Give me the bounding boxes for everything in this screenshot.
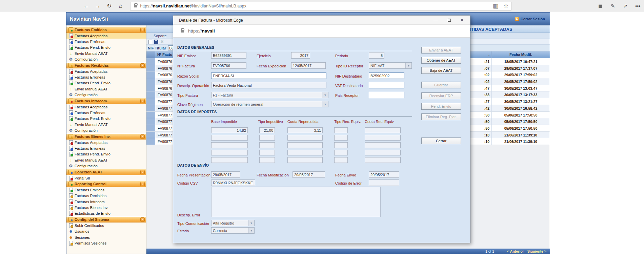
- eliminar-reg-plat--button[interactable]: Eliminar Reg. Plat.: [421, 113, 461, 120]
- sidebar-section-facturas-emitidas[interactable]: Facturas Emitidas«: [66, 27, 146, 33]
- clave-regimen-select[interactable]: Operación de régimen general: [211, 101, 328, 107]
- periodo-field[interactable]: 5: [369, 52, 384, 59]
- sidebar-item-facturas-aceptadas[interactable]: Facturas Aceptadas: [66, 140, 146, 145]
- dialog-title-bar[interactable]: Detalle de Factura - Microsoft Edge — ×: [173, 16, 470, 25]
- cuota-rec-equiv-input[interactable]: [365, 142, 401, 148]
- row-selector-cell[interactable]: [146, 125, 155, 131]
- vat-destinatario-field[interactable]: [369, 82, 404, 88]
- cuota-repercutida-input[interactable]: [287, 157, 323, 163]
- sidebar-section-facturas-bienes-inv-[interactable]: Facturas Bienes Inv.«: [66, 133, 146, 140]
- fecha-envio-field[interactable]: 29/05/2017: [369, 171, 399, 178]
- dialog-address-bar[interactable]: https://navsii: [173, 25, 470, 38]
- row-selector-cell[interactable]: [146, 132, 155, 138]
- sidebar-item-facturas-pend-env-o[interactable]: Facturas Pend. Envío: [66, 45, 146, 50]
- sidebar-section-reporting-control[interactable]: Reporting Control«: [66, 181, 146, 187]
- tipo-impositivo-input[interactable]: [259, 157, 275, 163]
- sidebar-item-facturas-aceptadas[interactable]: Facturas Aceptadas: [66, 33, 146, 39]
- fecha-modificacion-field[interactable]: 29/05/2017: [293, 171, 325, 178]
- share-icon[interactable]: ↗: [619, 1, 631, 11]
- sidebar-item-sesiones[interactable]: ☻Sesiones: [66, 234, 146, 240]
- minimize-button[interactable]: —: [430, 16, 441, 24]
- cuota-repercutida-input[interactable]: 3,11: [287, 127, 323, 133]
- sidebar-item-facturas-intracom-[interactable]: Facturas Intracom.: [66, 199, 146, 205]
- web-note-icon[interactable]: ✎: [607, 1, 619, 11]
- num-factura-field[interactable]: FV908766: [211, 62, 246, 69]
- sidebar-item-facturas-aceptadas[interactable]: Facturas Aceptadas: [66, 68, 146, 74]
- row-selector-cell[interactable]: [146, 91, 155, 98]
- more-options-icon[interactable]: •••: [632, 1, 644, 11]
- tipo-rec-equiv-input[interactable]: [334, 157, 348, 163]
- sidebar-item-usuarios[interactable]: ☻Usuarios: [66, 229, 146, 234]
- sidebar-item-facturas-err-neas[interactable]: Facturas Erróneas: [66, 39, 146, 44]
- collapse-chevron-icon[interactable]: «: [140, 170, 145, 174]
- logout-button[interactable]: Cerrar Sesión: [515, 17, 545, 21]
- close-button[interactable]: ×: [457, 16, 467, 24]
- tipo-impositivo-input[interactable]: [259, 150, 275, 155]
- sidebar-item-estad-sticas-de-env-o[interactable]: Estadísticas de Envío: [66, 211, 146, 216]
- favorite-star-icon[interactable]: ☆: [501, 1, 511, 11]
- fecha-presentacion-field[interactable]: 29/05/2017: [211, 171, 240, 178]
- row-selector-cell[interactable]: [146, 98, 155, 105]
- save-icon[interactable]: [154, 40, 158, 44]
- sidebar-section-conexi-n-aeat[interactable]: Conexión AEAT«: [66, 169, 146, 175]
- collapse-chevron-icon[interactable]: «: [140, 182, 145, 186]
- reading-view-icon[interactable]: ▥: [490, 1, 501, 11]
- tipo-factura-select[interactable]: F1 - Factura: [211, 92, 328, 98]
- collapse-chevron-icon[interactable]: «: [140, 99, 145, 103]
- sidebar-item-configuraci-n[interactable]: ⚙Configuración: [66, 127, 146, 133]
- base-imponible-input[interactable]: [211, 135, 248, 141]
- cuota-rec-equiv-input[interactable]: [365, 127, 401, 133]
- delete-icon[interactable]: ✕: [160, 40, 166, 44]
- row-selector-cell[interactable]: [146, 78, 155, 85]
- row-selector-cell[interactable]: [146, 71, 155, 78]
- descrip-error-textarea[interactable]: [211, 187, 381, 217]
- guardar-button[interactable]: Guardar: [421, 82, 461, 88]
- grid-invoice-column-header[interactable]: Nº Factu: [155, 51, 176, 58]
- collapse-chevron-icon[interactable]: «: [140, 28, 145, 32]
- cerrar-button[interactable]: Cerrar: [421, 137, 461, 144]
- cuota-repercutida-input[interactable]: [287, 150, 323, 155]
- sidebar-item-facturas-recibidas[interactable]: Facturas Recibidas: [66, 193, 146, 199]
- tipo-rec-equiv-input[interactable]: [334, 142, 348, 148]
- cuota-rec-equiv-input[interactable]: [365, 157, 401, 163]
- sidebar-item-facturas-bienes-inv-[interactable]: Facturas Bienes Inv.: [66, 205, 146, 210]
- sidebar-item-facturas-emitidas[interactable]: Facturas Emitidas: [66, 187, 146, 193]
- refresh-icon[interactable]: ↻: [104, 1, 115, 11]
- razon-social-field[interactable]: ENERGIA SL: [211, 72, 326, 79]
- collapse-chevron-icon[interactable]: «: [140, 63, 145, 68]
- pager-next-link[interactable]: Siguiente >: [527, 249, 546, 253]
- sidebar-item-facturas-pend-env-o[interactable]: Facturas Pend. Envío: [66, 116, 146, 122]
- maximize-button[interactable]: [444, 16, 455, 24]
- address-bar[interactable]: https://navsii.navidian.net/NavidianNavS…: [130, 2, 511, 10]
- sidebar-item-configuraci-n[interactable]: ⚙Configuración: [66, 57, 146, 62]
- descrip-operacion-field[interactable]: Factura Venta Nacional: [211, 82, 326, 88]
- tipo-impositivo-input[interactable]: 21,00: [259, 127, 275, 133]
- sidebar-item-portal-sii[interactable]: Portal SII: [66, 175, 146, 181]
- cuota-rec-equiv-input[interactable]: [365, 150, 401, 155]
- tipo-id-receptor-select[interactable]: NIF-VAT: [369, 62, 412, 69]
- hub-icon[interactable]: ≣: [594, 1, 606, 11]
- collapse-chevron-icon[interactable]: «: [140, 217, 145, 222]
- collapse-chevron-icon[interactable]: «: [140, 134, 145, 139]
- reenviar-erp-button[interactable]: Reenviar ERP: [421, 92, 461, 99]
- sidebar-section-config-del-sistema[interactable]: Config. del Sistema«: [66, 216, 146, 223]
- row-selector-cell[interactable]: [146, 112, 155, 118]
- nif-emisor-field[interactable]: B62869391: [211, 52, 246, 59]
- base-imponible-input[interactable]: [211, 142, 248, 148]
- sidebar-item-subir-certificados[interactable]: Subir Certificados: [66, 223, 146, 228]
- sidebar-item-env-o-manual-aeat[interactable]: ↓Envío Manual AEAT: [66, 157, 146, 163]
- row-selector-cell[interactable]: [146, 58, 155, 65]
- base-imponible-input[interactable]: [211, 150, 248, 155]
- sidebar-item-facturas-err-neas[interactable]: Facturas Erróneas: [66, 145, 146, 151]
- sidebar-item-facturas-pend-env-o[interactable]: Facturas Pend. Envío: [66, 151, 146, 157]
- row-selector-cell[interactable]: [146, 138, 155, 145]
- menu-item-soporte[interactable]: Soporte: [154, 34, 167, 38]
- tipo-comunicacion-select[interactable]: Alta Registro: [211, 220, 255, 226]
- codigo-csv-field[interactable]: R9NMXU2NJFGKSKKE: [211, 179, 255, 186]
- sidebar-item-facturas-err-neas[interactable]: Facturas Erróneas: [66, 74, 146, 80]
- sidebar-item-facturas-err-neas[interactable]: Facturas Erróneas: [66, 110, 146, 115]
- grid-fecha-modif-column-header[interactable]: Fecha Modif.: [491, 51, 550, 58]
- pager-prev-link[interactable]: < Anterior: [507, 249, 524, 253]
- tipo-impositivo-input[interactable]: [259, 142, 275, 148]
- estado-select[interactable]: Correcta: [211, 227, 255, 234]
